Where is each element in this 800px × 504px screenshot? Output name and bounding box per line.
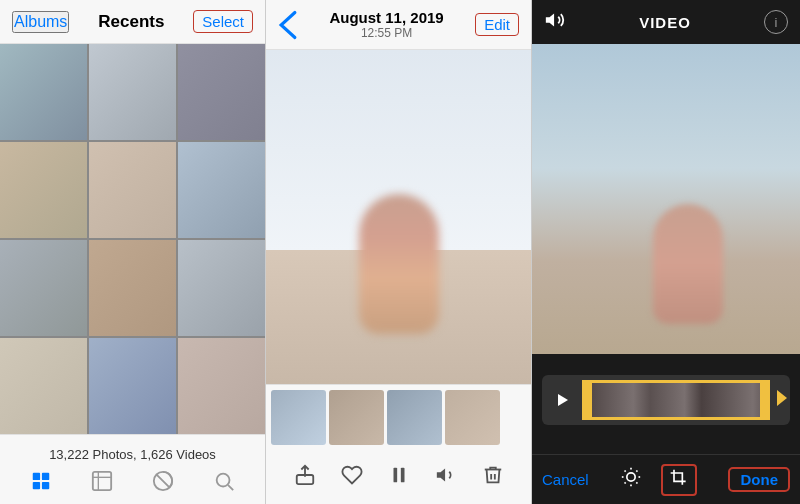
video-timeline[interactable] xyxy=(582,380,770,420)
svg-marker-16 xyxy=(777,390,787,406)
svg-point-8 xyxy=(217,474,230,487)
svg-rect-12 xyxy=(400,467,404,482)
speaker-icon[interactable] xyxy=(435,464,457,492)
thumbnail[interactable] xyxy=(329,390,384,445)
video-title: VIDEO xyxy=(639,14,691,31)
edit-button[interactable]: Edit xyxy=(475,13,519,36)
info-icon: i xyxy=(775,15,778,30)
delete-icon[interactable] xyxy=(482,464,504,492)
photo-cell[interactable] xyxy=(0,142,87,238)
photos-panel: Albums Recents Select 13,222 Photos, 1,6… xyxy=(0,0,266,504)
timeline-handle-left[interactable] xyxy=(582,380,592,420)
photo-cell[interactable] xyxy=(89,240,176,336)
video-figure xyxy=(653,204,723,324)
thumbnail[interactable] xyxy=(445,390,500,445)
thumbnail[interactable] xyxy=(271,390,326,445)
bottom-navigation xyxy=(0,470,265,492)
date-main: August 11, 2019 xyxy=(298,9,475,26)
svg-rect-4 xyxy=(93,472,111,490)
cancel-button[interactable]: Cancel xyxy=(542,471,589,488)
video-trim-controls xyxy=(532,354,800,454)
brightness-icon[interactable] xyxy=(621,467,641,492)
svg-line-9 xyxy=(229,485,234,490)
photo-mosaic xyxy=(0,44,265,434)
done-button[interactable]: Done xyxy=(728,467,790,492)
photos-nav-item[interactable] xyxy=(30,470,52,492)
video-editor-panel: VIDEO i Cancel xyxy=(532,0,800,504)
svg-line-21 xyxy=(636,482,637,483)
date-time: 12:55 PM xyxy=(298,26,475,40)
thumbnail-strip xyxy=(266,385,531,450)
photo-cell[interactable] xyxy=(0,44,87,140)
photo-count-label: 13,222 Photos, 1,626 Videos xyxy=(49,447,216,462)
pause-icon[interactable] xyxy=(388,464,410,492)
figure-silhouette xyxy=(359,194,439,334)
svg-marker-14 xyxy=(546,13,554,26)
trim-bar xyxy=(542,375,790,425)
photo-cell[interactable] xyxy=(89,44,176,140)
svg-point-17 xyxy=(626,473,634,481)
thumbnail[interactable] xyxy=(387,390,442,445)
crop-button[interactable] xyxy=(661,464,697,496)
photo-date: August 11, 2019 12:55 PM xyxy=(298,9,475,40)
albums-back-button[interactable]: Albums xyxy=(12,11,69,33)
photo-cell[interactable] xyxy=(89,338,176,434)
timeline-handle-right[interactable] xyxy=(760,380,770,420)
play-button[interactable] xyxy=(547,385,577,415)
volume-icon[interactable] xyxy=(544,9,566,36)
video-editor-header: VIDEO i xyxy=(532,0,800,44)
video-preview xyxy=(532,44,800,354)
timeline-bottom-border xyxy=(582,417,770,420)
photo-grid xyxy=(0,44,265,434)
heart-icon[interactable] xyxy=(341,464,363,492)
svg-line-24 xyxy=(624,482,625,483)
photo-detail-panel: August 11, 2019 12:55 PM Edit xyxy=(266,0,532,504)
svg-line-25 xyxy=(636,471,637,472)
info-button[interactable]: i xyxy=(764,10,788,34)
photo-main-view[interactable] xyxy=(266,50,531,384)
video-editor-footer: Cancel Done xyxy=(532,454,800,504)
photo-cell[interactable] xyxy=(178,240,265,336)
photos-header: Albums Recents Select xyxy=(0,0,265,44)
photo-cell[interactable] xyxy=(178,338,265,434)
back-button[interactable] xyxy=(278,10,298,40)
photo-cell[interactable] xyxy=(178,142,265,238)
svg-marker-15 xyxy=(558,394,568,406)
share-icon[interactable] xyxy=(294,464,316,492)
svg-rect-11 xyxy=(393,467,397,482)
timeline-arrow-right xyxy=(775,388,790,412)
svg-line-20 xyxy=(624,471,625,472)
photo-bottom-panel xyxy=(266,384,531,504)
photo-cell[interactable] xyxy=(178,44,265,140)
select-button[interactable]: Select xyxy=(193,10,253,33)
svg-rect-3 xyxy=(42,482,49,489)
photo-detail-header: August 11, 2019 12:55 PM Edit xyxy=(266,0,531,50)
svg-marker-13 xyxy=(436,468,444,481)
photo-cell[interactable] xyxy=(0,240,87,336)
photo-actions-bar xyxy=(266,450,531,504)
video-main-view xyxy=(532,44,800,354)
albums-nav-item[interactable] xyxy=(91,470,113,492)
photo-cell[interactable] xyxy=(0,338,87,434)
editor-tools xyxy=(621,464,697,496)
recents-title: Recents xyxy=(98,12,164,32)
svg-rect-1 xyxy=(42,473,49,480)
svg-rect-0 xyxy=(32,473,39,480)
search-nav-item[interactable] xyxy=(213,470,235,492)
library-nav-item[interactable] xyxy=(152,470,174,492)
timeline-top-border xyxy=(582,380,770,383)
video-scene xyxy=(532,44,800,354)
svg-rect-2 xyxy=(32,482,39,489)
photo-cell[interactable] xyxy=(89,142,176,238)
photos-footer: 13,222 Photos, 1,626 Videos xyxy=(0,434,265,504)
main-photo-image xyxy=(266,50,531,384)
